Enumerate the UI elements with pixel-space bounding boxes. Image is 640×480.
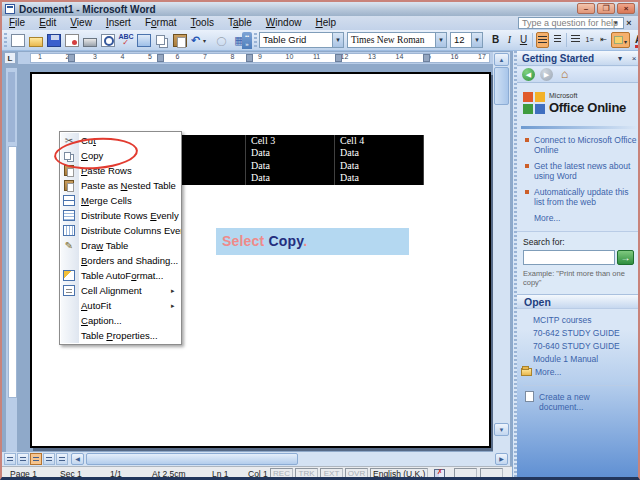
context-menu-item-caption[interactable]: Caption... — [60, 313, 181, 328]
vertical-ruler[interactable] — [6, 68, 17, 452]
standard-toolbar-options-button[interactable]: ••» — [242, 32, 252, 49]
restore-window-icon[interactable]: ❐ — [597, 3, 615, 14]
context-menu-item-borders-and-shading[interactable]: Borders and Shading... — [60, 253, 181, 268]
context-menu-item-distribute-rows-evenly[interactable]: Distribute Rows Evenly — [60, 208, 181, 223]
table-data-cell[interactable]: Data — [246, 160, 335, 172]
web-layout-view-button[interactable] — [17, 453, 29, 465]
menu-table[interactable]: Table — [221, 16, 259, 30]
back-icon[interactable]: ◀ — [522, 68, 535, 81]
reading-view-button[interactable] — [56, 453, 68, 465]
table-data-cell[interactable]: Data — [246, 147, 335, 159]
decrease-indent-button[interactable]: ⇤ — [597, 32, 610, 48]
context-menu-item-merge-cells[interactable]: Merge Cells — [60, 193, 181, 208]
standard-toolbar-grip[interactable] — [4, 33, 7, 48]
recent-document-link[interactable]: 70-640 STUDY GUIDE — [533, 340, 638, 353]
question-box-input[interactable]: Type a question for help — [518, 17, 624, 29]
line-spacing-button[interactable] — [569, 32, 582, 48]
office-online-link[interactable]: Connect to Microsoft Office Online — [523, 135, 638, 155]
status-indicator-trk[interactable]: TRK — [295, 468, 318, 479]
task-pane-close-icon[interactable]: × — [628, 53, 640, 64]
underline-button[interactable]: U — [517, 32, 530, 48]
status-indicator-ext[interactable]: EXT — [320, 468, 343, 479]
scroll-down-icon[interactable]: ▼ — [494, 423, 509, 436]
vertical-scrollbar[interactable]: ▲ ▼ — [493, 52, 510, 452]
status-indicator-rec[interactable]: REC — [270, 468, 293, 479]
research-button[interactable] — [135, 32, 152, 49]
table-column-marker[interactable] — [423, 54, 430, 62]
print-button[interactable] — [81, 32, 98, 49]
table-data-cell[interactable]: Data — [335, 147, 424, 159]
close-window-icon[interactable]: × — [617, 3, 635, 14]
copy-button[interactable] — [153, 32, 170, 49]
office-online-link[interactable]: Automatically update this list from the … — [523, 187, 638, 207]
font-combo-dropdown-icon[interactable]: ▾ — [435, 33, 446, 47]
context-menu-item-autofit[interactable]: AutoFit▸ — [60, 298, 181, 313]
hyperlink-button[interactable] — [213, 32, 230, 49]
search-go-icon[interactable]: → — [617, 250, 634, 265]
align-left-button[interactable] — [536, 32, 549, 48]
scroll-up-icon[interactable]: ▲ — [494, 53, 509, 66]
table-header-cell[interactable]: Cell 3 — [246, 135, 335, 147]
more-link[interactable]: More... — [534, 213, 640, 223]
table-column-marker[interactable] — [157, 54, 164, 62]
save-button[interactable] — [45, 32, 62, 49]
table-column-marker[interactable] — [335, 54, 342, 62]
minimize-window-icon[interactable]: – — [577, 3, 595, 14]
highlight-button[interactable]: ▾ — [611, 32, 630, 48]
menu-view[interactable]: View — [63, 16, 99, 30]
spelling-button[interactable] — [117, 32, 134, 49]
table-column-marker[interactable] — [68, 54, 75, 62]
print-layout-view-button[interactable] — [30, 453, 42, 465]
open-more-link[interactable]: More... — [521, 366, 638, 379]
table-data-cell[interactable]: Data — [335, 160, 424, 172]
open-button[interactable] — [27, 32, 44, 49]
style-combo[interactable]: Table Grid ▾ — [259, 32, 344, 48]
office-online-link[interactable]: Get the latest news about using Word — [523, 161, 638, 181]
menu-file[interactable]: File — [2, 16, 32, 30]
table-column-marker[interactable] — [246, 54, 253, 62]
bold-button[interactable]: B — [489, 32, 502, 48]
normal-view-button[interactable] — [4, 453, 16, 465]
question-box-dropdown-icon[interactable]: ▾ — [614, 19, 618, 27]
email-button[interactable] — [63, 32, 80, 49]
tab-selector[interactable]: L — [4, 52, 16, 64]
new-document-button[interactable] — [9, 32, 26, 49]
status-indicator-ovr[interactable]: OVR — [345, 468, 368, 479]
home-icon[interactable]: ⌂ — [558, 68, 571, 81]
document-close-icon[interactable]: × — [623, 17, 635, 29]
outline-view-button[interactable] — [43, 453, 55, 465]
selected-table[interactable]: Cell 3Cell 4DataDataDataDataDataData — [167, 135, 424, 185]
numbering-button[interactable]: 1≡ — [583, 32, 596, 48]
context-menu-item-table-properties[interactable]: Table Properties... — [60, 328, 181, 343]
scroll-left-icon[interactable]: ◀ — [71, 453, 84, 465]
menu-insert[interactable]: Insert — [99, 16, 138, 30]
scroll-right-icon[interactable]: ▶ — [495, 453, 508, 465]
search-input[interactable] — [523, 250, 615, 265]
context-menu-item-table-autoformat[interactable]: Table AutoFormat... — [60, 268, 181, 283]
menu-edit[interactable]: Edit — [32, 16, 63, 30]
menu-format[interactable]: Format — [138, 16, 184, 30]
horizontal-ruler[interactable]: 1234567891011121314151617 — [18, 52, 510, 64]
spelling-status-icon[interactable] — [434, 469, 445, 478]
font-combo[interactable]: Times New Roman ▾ — [347, 32, 447, 48]
style-combo-dropdown-icon[interactable]: ▾ — [332, 33, 343, 47]
undo-button[interactable]: ▾ — [189, 32, 206, 49]
italic-button[interactable]: I — [503, 32, 516, 48]
recent-document-link[interactable]: 70-642 STUDY GUIDE — [533, 327, 638, 340]
context-menu-item-draw-table[interactable]: Draw Table — [60, 238, 181, 253]
undo-dropdown-icon[interactable]: ▾ — [203, 37, 206, 44]
recent-document-link[interactable]: MCITP courses — [533, 314, 638, 327]
print-preview-button[interactable] — [99, 32, 116, 49]
formatting-toolbar-grip[interactable] — [254, 33, 257, 48]
menu-window[interactable]: Window — [259, 16, 309, 30]
font-size-combo[interactable]: 12 ▾ — [450, 32, 483, 48]
font-color-button[interactable]: A▾ — [632, 32, 640, 48]
recent-document-link[interactable]: Module 1 Manual — [533, 353, 638, 366]
create-new-document-link[interactable]: Create a new document... — [523, 385, 636, 412]
paste-button[interactable] — [171, 32, 188, 49]
menu-help[interactable]: Help — [308, 16, 343, 30]
vertical-scroll-thumb[interactable] — [494, 67, 509, 105]
context-menu-item-paste-as-nested-table[interactable]: Paste as Nested Table — [60, 178, 181, 193]
font-size-dropdown-icon[interactable]: ▾ — [471, 33, 482, 47]
menu-tools[interactable]: Tools — [184, 16, 221, 30]
